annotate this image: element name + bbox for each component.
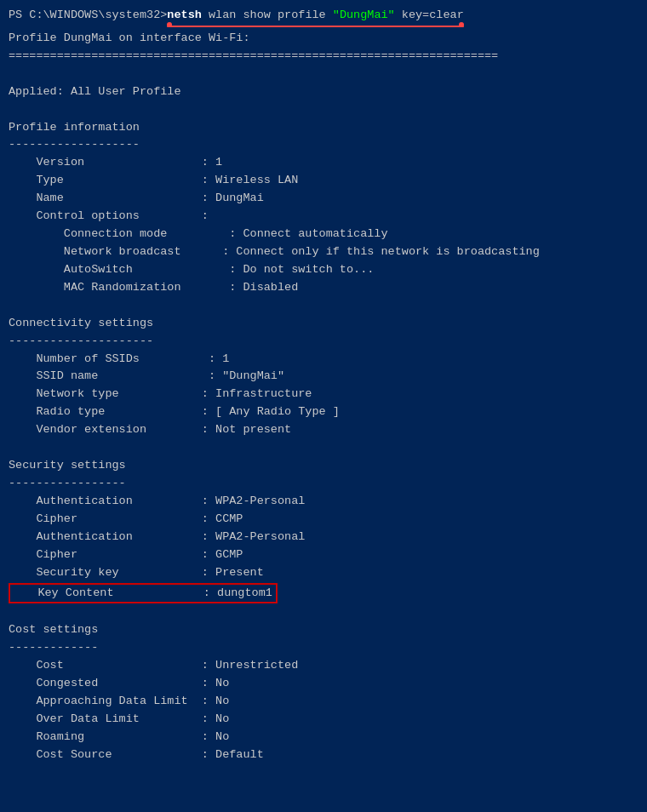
output-vendor-ext: Vendor extension : Not present bbox=[9, 421, 638, 439]
prompt: PS C:\WINDOWS\system32> bbox=[9, 7, 167, 25]
output-cipher1: Cipher : CCMP bbox=[9, 511, 638, 529]
output-applied: Applied: All User Profile bbox=[9, 83, 638, 101]
command-underline-bar bbox=[167, 26, 463, 27]
command-underline-container: netsh wlan show profile "DungMai" key=cl… bbox=[167, 7, 463, 25]
blank-5 bbox=[9, 603, 638, 621]
output-profile-header: Profile DungMai on interface Wi-Fi: bbox=[9, 30, 638, 48]
output-separator-long: ========================================… bbox=[9, 48, 638, 66]
output-net-broadcast: Network broadcast : Connect only if this… bbox=[9, 243, 638, 261]
output-control: Control options : bbox=[9, 208, 638, 226]
output-network-type: Network type : Infrastructure bbox=[9, 386, 638, 403]
blank-4 bbox=[9, 439, 638, 457]
output-data-limit: Approaching Data Limit : No bbox=[9, 693, 638, 711]
output-conn-settings-header: Connectivity settings bbox=[9, 315, 638, 333]
output-conn-mode: Connection mode : Connect automatically bbox=[9, 226, 638, 243]
output-name: Name : DungMai bbox=[9, 190, 638, 208]
output-type: Type : Wireless LAN bbox=[9, 172, 638, 190]
cmd-suffix: key=clear bbox=[395, 9, 464, 21]
output-autoswitch: AutoSwitch : Do not switch to... bbox=[9, 261, 638, 279]
output-mac-random: MAC Randomization : Disabled bbox=[9, 279, 638, 297]
output-key-content: Key Content : dungtom1 bbox=[10, 586, 272, 599]
output-key-content-row: Key Content : dungtom1 bbox=[9, 583, 278, 604]
output-security-key: Security key : Present bbox=[9, 564, 638, 582]
output-cost-source: Cost Source : Default bbox=[9, 746, 638, 764]
output-separator-short2: --------------------- bbox=[9, 333, 638, 351]
command-full: netsh wlan show profile "DungMai" key=cl… bbox=[167, 9, 463, 21]
output-separator-short: ------------------- bbox=[9, 136, 638, 154]
output-security-header: Security settings bbox=[9, 457, 638, 475]
output-auth2: Authentication : WPA2-Personal bbox=[9, 529, 638, 546]
output-cipher2: Cipher : GCMP bbox=[9, 546, 638, 564]
output-over-limit: Over Data Limit : No bbox=[9, 711, 638, 729]
output-version: Version : 1 bbox=[9, 154, 638, 172]
output-profile-info-header: Profile information bbox=[9, 119, 638, 137]
command-line: PS C:\WINDOWS\system32> netsh wlan show … bbox=[9, 7, 638, 25]
terminal-window: PS C:\WINDOWS\system32> netsh wlan show … bbox=[9, 7, 638, 764]
cmd-ssid: "DungMai" bbox=[333, 9, 395, 21]
output-congested: Congested : No bbox=[9, 675, 638, 693]
underline-end-dot bbox=[459, 22, 464, 27]
cmd-middle: wlan show profile bbox=[202, 9, 333, 21]
blank-2 bbox=[9, 101, 638, 119]
output-separator-short4: ------------- bbox=[9, 639, 638, 657]
output-cost-header: Cost settings bbox=[9, 621, 638, 639]
output-radio-type: Radio type : [ Any Radio Type ] bbox=[9, 403, 638, 421]
cmd-netsh: netsh bbox=[167, 9, 202, 21]
output-roaming: Roaming : No bbox=[9, 729, 638, 746]
output-ssid-name: SSID name : "DungMai" bbox=[9, 368, 638, 386]
blank-3 bbox=[9, 297, 638, 315]
output-cost: Cost : Unrestricted bbox=[9, 657, 638, 675]
output-separator-short3: ----------------- bbox=[9, 475, 638, 493]
output-num-ssids: Number of SSIDs : 1 bbox=[9, 351, 638, 369]
blank-1 bbox=[9, 66, 638, 83]
output-auth1: Authentication : WPA2-Personal bbox=[9, 493, 638, 511]
